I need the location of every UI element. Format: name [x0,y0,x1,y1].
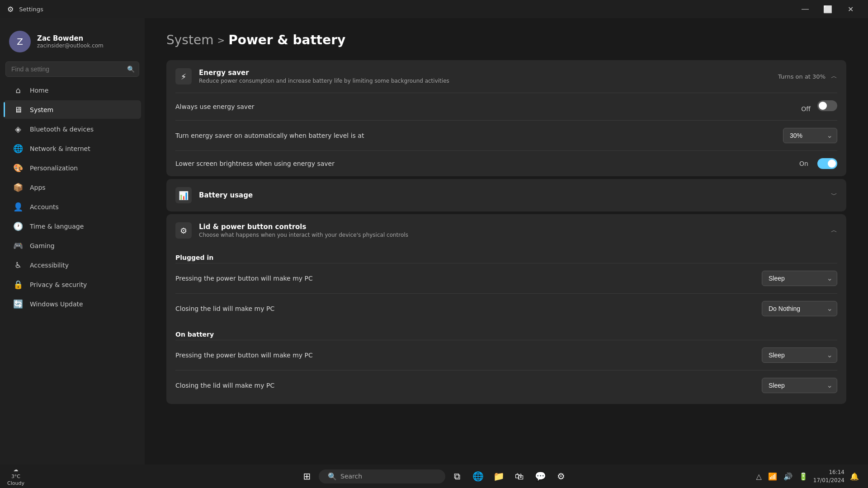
start-icon: ⊞ [303,471,311,482]
always-use-energy-saver-toggle[interactable] [817,100,837,111]
nav-apps[interactable]: 📦 Apps [4,178,141,197]
breadcrumb-system[interactable]: System [166,33,213,47]
nav-privacy[interactable]: 🔒 Privacy & security [4,275,141,294]
lid-power-card: ⚙ Lid & power button controls Choose wha… [166,214,846,404]
volume-icon[interactable]: 🔊 [782,470,794,483]
weather-widget[interactable]: ☁ 3°C Cloudy [7,467,24,486]
nav-home[interactable]: ⌂ Home [4,81,141,99]
lower-brightness-toggle-thumb [828,160,836,168]
plugged-lid-control: Sleep Hibernate Shut down Turn off the d… [762,301,837,316]
lid-power-header[interactable]: ⚙ Lid & power button controls Choose wha… [166,214,846,247]
energy-saver-auto-select-wrapper: 10% 20% 30% 40% 50% [783,128,837,143]
time-display[interactable]: 16:14 17/01/2024 [813,468,844,484]
nav-time[interactable]: 🕐 Time & language [4,217,141,235]
energy-saver-chevron: ︿ [831,72,837,80]
always-use-energy-saver-label: Always use energy saver [175,103,801,110]
always-use-energy-saver-control: Off [801,100,837,113]
nav-time-label: Time & language [30,223,84,230]
nav-update-label: Windows Update [30,300,83,308]
plugged-lid-dropdown[interactable]: Sleep Hibernate Shut down Turn off the d… [762,301,837,316]
energy-saver-auto-label: Turn energy saver on automatically when … [175,132,783,139]
task-view-icon: ⧉ [454,471,460,482]
search-input[interactable] [5,61,139,77]
taskbar-search[interactable]: 🔍 Search [319,469,445,483]
system-tray: △ 📶 🔊 🔋 [755,470,810,483]
energy-saver-auto-dropdown[interactable]: 10% 20% 30% 40% 50% [783,128,837,143]
start-button[interactable]: ⊞ [298,467,316,485]
weather-condition: Cloudy [7,480,24,486]
nav-home-label: Home [30,87,48,94]
always-use-energy-saver-row: Always use energy saver Off [175,93,837,120]
user-section[interactable]: Z Zac Bowden zacinsider@outlook.com [0,23,145,61]
maximize-button[interactable]: ⬜ [817,2,838,16]
battery-power-btn-select-wrapper: Sleep Hibernate Shut down Turn off the d… [762,347,837,363]
breadcrumb: System > Power & battery [166,33,846,47]
plugged-lid-select-wrapper: Sleep Hibernate Shut down Turn off the d… [762,301,837,316]
energy-saver-right: Turns on at 30% ︿ [778,72,837,80]
home-icon: ⌂ [13,85,24,95]
lower-brightness-toggle[interactable] [817,158,837,169]
battery-usage-right: ﹀ [831,191,837,199]
title-bar-controls: — ⬜ ✕ [795,2,861,16]
battery-power-btn-dropdown[interactable]: Sleep Hibernate Shut down Turn off the d… [762,347,837,363]
nav-system[interactable]: 🖥 System [4,100,141,119]
user-info: Zac Bowden zacinsider@outlook.com [37,34,104,49]
nav-gaming[interactable]: 🎮 Gaming [4,236,141,255]
lid-power-subtitle: Choose what happens when you interact wi… [199,232,831,238]
main-content: System > Power & battery ⚡ Energy saver … [145,18,868,465]
lid-power-header-text: Lid & power button controls Choose what … [199,223,831,238]
battery-lid-label: Closing the lid will make my PC [175,382,762,389]
privacy-icon: 🔒 [13,280,24,289]
always-use-energy-saver-toggle-label: Off [801,105,811,113]
lid-power-chevron: ︿ [831,226,837,235]
battery-icon[interactable]: 🔋 [797,470,810,483]
taskbar: ☁ 3°C Cloudy ⊞ 🔍 Search ⧉ 🌐 📁 🛍 💬 ⚙ [0,465,868,488]
user-email: zacinsider@outlook.com [37,42,104,49]
wifi-icon[interactable]: 📶 [766,470,779,483]
energy-saver-auto-row: Turn energy saver on automatically when … [175,120,837,150]
close-button[interactable]: ✕ [840,2,861,16]
nav-accounts[interactable]: 👤 Accounts [4,197,141,216]
personalization-icon: 🎨 [13,163,24,173]
battery-lid-dropdown[interactable]: Sleep Hibernate Shut down Turn off the d… [762,378,837,393]
nav-bluetooth-label: Bluetooth & devices [30,126,94,133]
system-icon: 🖥 [13,105,24,114]
notification-icon[interactable]: 🔔 [848,470,861,483]
bluetooth-icon: ◈ [13,124,24,134]
apps-icon: 📦 [13,183,24,192]
taskbar-search-label: Search [340,473,362,480]
store-button[interactable]: 🛍 [510,467,528,485]
explorer-icon: 📁 [493,471,505,482]
accessibility-icon: ♿ [13,260,24,270]
nav-apps-label: Apps [30,184,46,191]
energy-saver-status: Turns on at 30% [778,73,826,80]
nav-bluetooth[interactable]: ◈ Bluetooth & devices [4,120,141,138]
teams-button[interactable]: 💬 [531,467,549,485]
battery-usage-header-text: Battery usage [199,191,831,199]
battery-usage-header[interactable]: 📊 Battery usage ﹀ [166,179,846,211]
weather-temp: 3°C [11,474,20,479]
tray-up-arrow[interactable]: △ [755,470,764,483]
search-icon: 🔍 [127,66,135,73]
energy-saver-subtitle: Reduce power consumption and increase ba… [199,78,778,84]
lid-power-right: ︿ [831,226,837,235]
energy-saver-icon: ⚡ [175,68,192,84]
title-bar-left: ⚙ Settings [7,5,43,14]
on-battery-label: On battery [175,324,837,340]
lower-brightness-toggle-label: On [799,160,808,167]
plugged-power-btn-dropdown[interactable]: Sleep Hibernate Shut down Turn off the d… [762,271,837,286]
nav-accessibility[interactable]: ♿ Accessibility [4,256,141,274]
nav-network[interactable]: 🌐 Network & internet [4,139,141,158]
network-icon: 🌐 [13,144,24,153]
nav-personalization[interactable]: 🎨 Personalization [4,159,141,177]
energy-saver-header[interactable]: ⚡ Energy saver Reduce power consumption … [166,60,846,93]
explorer-button[interactable]: 📁 [490,467,508,485]
plugged-power-btn-select-wrapper: Sleep Hibernate Shut down Turn off the d… [762,271,837,286]
settings-taskbar-button[interactable]: ⚙ [552,467,570,485]
nav-update[interactable]: 🔄 Windows Update [4,295,141,313]
minimize-button[interactable]: — [795,2,816,16]
gaming-icon: 🎮 [13,241,24,250]
task-view-button[interactable]: ⧉ [448,467,466,485]
battery-lid-row: Closing the lid will make my PC Sleep Hi… [175,370,837,400]
browser-button[interactable]: 🌐 [469,467,487,485]
